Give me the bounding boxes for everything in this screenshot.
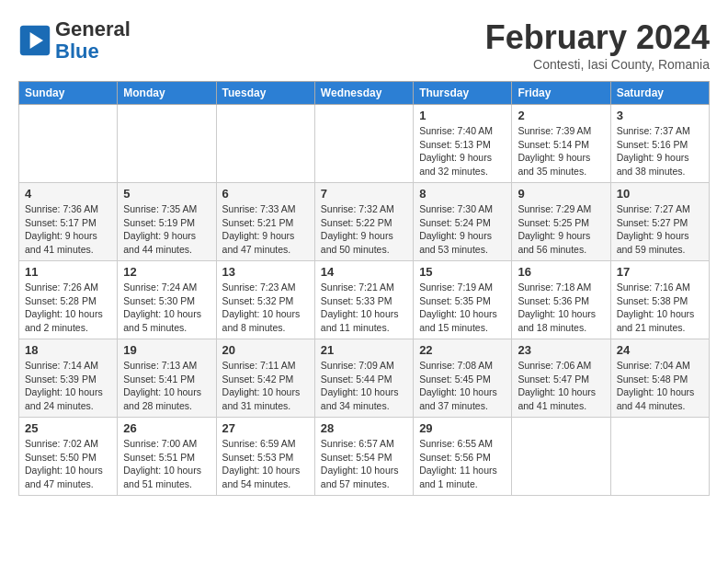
- calendar-cell: 17Sunrise: 7:16 AM Sunset: 5:38 PM Dayli…: [610, 261, 709, 339]
- day-number: 6: [222, 187, 309, 201]
- day-info: Sunrise: 7:16 AM Sunset: 5:38 PM Dayligh…: [617, 281, 703, 335]
- logo: General Blue: [18, 18, 131, 63]
- day-info: Sunrise: 7:37 AM Sunset: 5:16 PM Dayligh…: [617, 124, 703, 178]
- day-info: Sunrise: 7:19 AM Sunset: 5:35 PM Dayligh…: [419, 281, 506, 335]
- calendar-cell: 13Sunrise: 7:23 AM Sunset: 5:32 PM Dayli…: [216, 261, 314, 339]
- calendar-cell: 28Sunrise: 6:57 AM Sunset: 5:54 PM Dayli…: [314, 418, 413, 496]
- calendar-cell: 21Sunrise: 7:09 AM Sunset: 5:44 PM Dayli…: [314, 339, 413, 418]
- day-number: 22: [419, 343, 506, 357]
- day-info: Sunrise: 7:11 AM Sunset: 5:42 PM Dayligh…: [222, 359, 309, 413]
- calendar-cell: 24Sunrise: 7:04 AM Sunset: 5:48 PM Dayli…: [610, 339, 709, 418]
- day-info: Sunrise: 7:24 AM Sunset: 5:30 PM Dayligh…: [123, 281, 210, 335]
- calendar-body: 1Sunrise: 7:40 AM Sunset: 5:13 PM Daylig…: [19, 105, 710, 496]
- calendar-cell: [512, 418, 610, 496]
- day-number: 5: [123, 187, 210, 201]
- calendar-cell: 8Sunrise: 7:30 AM Sunset: 5:24 PM Daylig…: [414, 183, 512, 261]
- header-tuesday: Tuesday: [216, 82, 314, 105]
- page-header: General Blue February 2024 Contesti, Ias…: [18, 18, 710, 72]
- day-number: 28: [321, 421, 407, 435]
- day-info: Sunrise: 7:00 AM Sunset: 5:51 PM Dayligh…: [123, 437, 210, 491]
- calendar-cell: 10Sunrise: 7:27 AM Sunset: 5:27 PM Dayli…: [610, 183, 709, 261]
- day-number: 20: [222, 343, 309, 357]
- calendar-cell: 12Sunrise: 7:24 AM Sunset: 5:30 PM Dayli…: [118, 261, 216, 339]
- calendar-week-1: 1Sunrise: 7:40 AM Sunset: 5:13 PM Daylig…: [19, 105, 710, 183]
- day-number: 9: [518, 187, 604, 201]
- day-info: Sunrise: 7:02 AM Sunset: 5:50 PM Dayligh…: [25, 437, 111, 491]
- calendar-cell: 27Sunrise: 6:59 AM Sunset: 5:53 PM Dayli…: [216, 418, 314, 496]
- day-number: 21: [321, 343, 407, 357]
- day-info: Sunrise: 7:36 AM Sunset: 5:17 PM Dayligh…: [25, 202, 111, 257]
- day-number: 1: [419, 109, 506, 122]
- title-block: February 2024 Contesti, Iasi County, Rom…: [485, 18, 710, 72]
- calendar-cell: 6Sunrise: 7:33 AM Sunset: 5:21 PM Daylig…: [216, 183, 314, 261]
- calendar-week-2: 4Sunrise: 7:36 AM Sunset: 5:17 PM Daylig…: [19, 183, 710, 261]
- day-info: Sunrise: 7:32 AM Sunset: 5:22 PM Dayligh…: [321, 202, 407, 257]
- calendar-cell: 20Sunrise: 7:11 AM Sunset: 5:42 PM Dayli…: [216, 339, 314, 418]
- day-info: Sunrise: 6:59 AM Sunset: 5:53 PM Dayligh…: [222, 437, 309, 491]
- calendar-week-5: 25Sunrise: 7:02 AM Sunset: 5:50 PM Dayli…: [19, 418, 710, 496]
- day-number: 4: [25, 187, 111, 201]
- day-info: Sunrise: 7:04 AM Sunset: 5:48 PM Dayligh…: [617, 359, 703, 413]
- day-info: Sunrise: 7:06 AM Sunset: 5:47 PM Dayligh…: [518, 359, 604, 413]
- logo-text: General Blue: [55, 18, 131, 63]
- day-number: 8: [419, 187, 506, 201]
- day-info: Sunrise: 7:26 AM Sunset: 5:28 PM Dayligh…: [25, 281, 111, 335]
- calendar-table: SundayMondayTuesdayWednesdayThursdayFrid…: [18, 81, 710, 496]
- day-info: Sunrise: 7:27 AM Sunset: 5:27 PM Dayligh…: [617, 202, 703, 257]
- calendar-cell: 11Sunrise: 7:26 AM Sunset: 5:28 PM Dayli…: [19, 261, 118, 339]
- day-number: 12: [123, 265, 210, 279]
- day-number: 25: [25, 421, 111, 435]
- day-info: Sunrise: 7:23 AM Sunset: 5:32 PM Dayligh…: [222, 281, 309, 335]
- header-wednesday: Wednesday: [314, 82, 413, 105]
- day-info: Sunrise: 7:30 AM Sunset: 5:24 PM Dayligh…: [419, 202, 506, 257]
- logo-general: General: [55, 17, 131, 40]
- day-number: 3: [617, 109, 703, 122]
- day-info: Sunrise: 7:09 AM Sunset: 5:44 PM Dayligh…: [321, 359, 407, 413]
- calendar-cell: 26Sunrise: 7:00 AM Sunset: 5:51 PM Dayli…: [118, 418, 216, 496]
- calendar-cell: 15Sunrise: 7:19 AM Sunset: 5:35 PM Dayli…: [414, 261, 512, 339]
- calendar-cell: [19, 105, 118, 183]
- calendar-cell: [314, 105, 413, 183]
- day-number: 26: [123, 421, 210, 435]
- day-info: Sunrise: 6:55 AM Sunset: 5:56 PM Dayligh…: [419, 437, 506, 491]
- day-number: 24: [617, 343, 703, 357]
- day-info: Sunrise: 7:08 AM Sunset: 5:45 PM Dayligh…: [419, 359, 506, 413]
- calendar-cell: 5Sunrise: 7:35 AM Sunset: 5:19 PM Daylig…: [118, 183, 216, 261]
- calendar-cell: 1Sunrise: 7:40 AM Sunset: 5:13 PM Daylig…: [414, 105, 512, 183]
- calendar-cell: 14Sunrise: 7:21 AM Sunset: 5:33 PM Dayli…: [314, 261, 413, 339]
- calendar-cell: [610, 418, 709, 496]
- logo-blue: Blue: [55, 40, 99, 63]
- day-info: Sunrise: 7:33 AM Sunset: 5:21 PM Dayligh…: [222, 202, 309, 257]
- day-number: 14: [321, 265, 407, 279]
- day-number: 2: [518, 109, 604, 122]
- day-number: 29: [419, 421, 506, 435]
- day-info: Sunrise: 7:13 AM Sunset: 5:41 PM Dayligh…: [123, 359, 210, 413]
- day-info: Sunrise: 7:35 AM Sunset: 5:19 PM Dayligh…: [123, 202, 210, 257]
- day-number: 23: [518, 343, 604, 357]
- day-info: Sunrise: 7:21 AM Sunset: 5:33 PM Dayligh…: [321, 281, 407, 335]
- day-number: 16: [518, 265, 604, 279]
- location-subtitle: Contesti, Iasi County, Romania: [485, 57, 710, 72]
- calendar-cell: 19Sunrise: 7:13 AM Sunset: 5:41 PM Dayli…: [118, 339, 216, 418]
- header-monday: Monday: [118, 82, 216, 105]
- day-number: 7: [321, 187, 407, 201]
- calendar-cell: 4Sunrise: 7:36 AM Sunset: 5:17 PM Daylig…: [19, 183, 118, 261]
- day-number: 13: [222, 265, 309, 279]
- logo-icon: [18, 24, 51, 57]
- calendar-cell: 2Sunrise: 7:39 AM Sunset: 5:14 PM Daylig…: [512, 105, 610, 183]
- calendar-cell: 23Sunrise: 7:06 AM Sunset: 5:47 PM Dayli…: [512, 339, 610, 418]
- calendar-cell: 16Sunrise: 7:18 AM Sunset: 5:36 PM Dayli…: [512, 261, 610, 339]
- day-number: 17: [617, 265, 703, 279]
- month-title: February 2024: [485, 18, 710, 57]
- calendar-week-4: 18Sunrise: 7:14 AM Sunset: 5:39 PM Dayli…: [19, 339, 710, 418]
- day-info: Sunrise: 6:57 AM Sunset: 5:54 PM Dayligh…: [321, 437, 407, 491]
- header-friday: Friday: [512, 82, 610, 105]
- calendar-cell: [216, 105, 314, 183]
- day-number: 10: [617, 187, 703, 201]
- calendar-cell: [118, 105, 216, 183]
- day-number: 11: [25, 265, 111, 279]
- day-number: 18: [25, 343, 111, 357]
- day-number: 15: [419, 265, 506, 279]
- header-thursday: Thursday: [414, 82, 512, 105]
- day-number: 19: [123, 343, 210, 357]
